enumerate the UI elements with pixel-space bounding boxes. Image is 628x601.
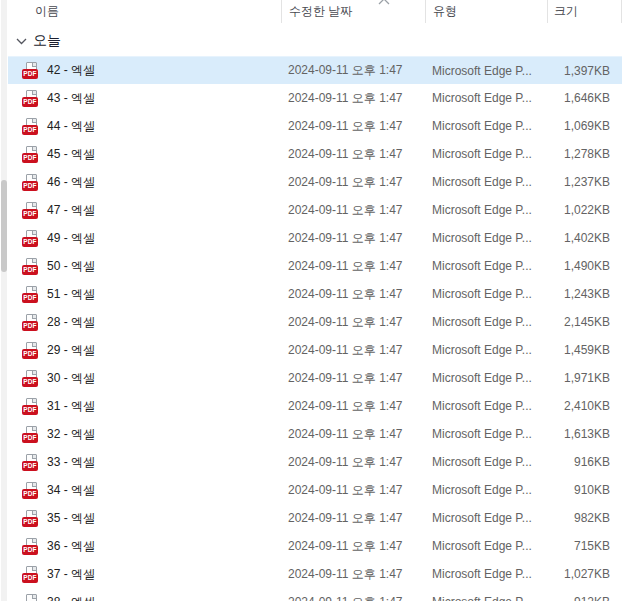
file-name-cell[interactable]: PDF32 - 엑셀 bbox=[8, 426, 281, 443]
file-date-modified: 2024-09-11 오후 1:47 bbox=[281, 146, 425, 163]
file-size: 1,243KB bbox=[547, 287, 622, 301]
file-name-cell[interactable]: PDF42 - 엑셀 bbox=[8, 62, 281, 79]
group-label: 오늘 bbox=[33, 32, 61, 50]
file-name-cell[interactable]: PDF50 - 엑셀 bbox=[8, 258, 281, 275]
chevron-down-icon[interactable] bbox=[15, 35, 27, 47]
page-fold bbox=[32, 427, 36, 431]
pdf-file-icon: PDF bbox=[22, 454, 40, 471]
file-name-cell[interactable]: PDF45 - 엑셀 bbox=[8, 146, 281, 163]
file-name-label: 51 - 엑셀 bbox=[47, 286, 95, 303]
file-name-cell[interactable]: PDF28 - 엑셀 bbox=[8, 314, 281, 331]
file-name-label: 42 - 엑셀 bbox=[47, 62, 95, 79]
file-size: 1,237KB bbox=[547, 175, 622, 189]
page-fold bbox=[32, 483, 36, 487]
file-name-cell[interactable]: PDF35 - 엑셀 bbox=[8, 510, 281, 527]
file-size: 1,027KB bbox=[547, 567, 622, 581]
file-type: Microsoft Edge P... bbox=[425, 455, 547, 469]
file-row[interactable]: PDF45 - 엑셀2024-09-11 오후 1:47Microsoft Ed… bbox=[8, 140, 622, 168]
file-type: Microsoft Edge P... bbox=[425, 539, 547, 553]
column-header-name-label: 이름 bbox=[35, 3, 59, 20]
file-row[interactable]: PDF49 - 엑셀2024-09-11 오후 1:47Microsoft Ed… bbox=[8, 224, 622, 252]
column-header-type-label: 유형 bbox=[433, 3, 457, 20]
file-row[interactable]: PDF46 - 엑셀2024-09-11 오후 1:47Microsoft Ed… bbox=[8, 168, 622, 196]
file-name-cell[interactable]: PDF30 - 엑셀 bbox=[8, 370, 281, 387]
pdf-file-icon: PDF bbox=[22, 482, 40, 499]
pdf-badge: PDF bbox=[22, 97, 38, 107]
file-row[interactable]: PDF50 - 엑셀2024-09-11 오후 1:47Microsoft Ed… bbox=[8, 252, 622, 280]
file-row[interactable]: PDF30 - 엑셀2024-09-11 오후 1:47Microsoft Ed… bbox=[8, 364, 622, 392]
file-name-label: 31 - 엑셀 bbox=[47, 398, 95, 415]
file-type: Microsoft Edge P... bbox=[425, 399, 547, 413]
file-row[interactable]: PDF28 - 엑셀2024-09-11 오후 1:47Microsoft Ed… bbox=[8, 308, 622, 336]
file-size: 1,490KB bbox=[547, 259, 622, 273]
pdf-badge: PDF bbox=[22, 237, 38, 247]
column-header-date-modified[interactable]: 수정한 날짜 bbox=[281, 0, 425, 23]
pane-scrollbar-track[interactable] bbox=[1, 0, 7, 601]
column-header-name[interactable]: 이름 bbox=[8, 0, 281, 23]
pdf-file-icon: PDF bbox=[22, 258, 40, 275]
file-size: 1,069KB bbox=[547, 119, 622, 133]
page-fold bbox=[32, 399, 36, 403]
file-name-cell[interactable]: PDF51 - 엑셀 bbox=[8, 286, 281, 303]
file-name-cell[interactable]: PDF29 - 엑셀 bbox=[8, 342, 281, 359]
pdf-file-icon: PDF bbox=[22, 426, 40, 443]
file-name-cell[interactable]: PDF43 - 엑셀 bbox=[8, 90, 281, 107]
file-row[interactable]: PDF51 - 엑셀2024-09-11 오후 1:47Microsoft Ed… bbox=[8, 280, 622, 308]
file-date-modified: 2024-09-11 오후 1:47 bbox=[281, 510, 425, 527]
file-date-modified: 2024-09-11 오후 1:47 bbox=[281, 342, 425, 359]
file-row[interactable]: PDF36 - 엑셀2024-09-11 오후 1:47Microsoft Ed… bbox=[8, 532, 622, 560]
file-name-label: 46 - 엑셀 bbox=[47, 174, 95, 191]
file-row[interactable]: PDF29 - 엑셀2024-09-11 오후 1:47Microsoft Ed… bbox=[8, 336, 622, 364]
file-name-cell[interactable]: PDF36 - 엑셀 bbox=[8, 538, 281, 555]
page-fold bbox=[32, 147, 36, 151]
file-size: 912KB bbox=[547, 595, 622, 601]
file-name-cell[interactable]: PDF49 - 엑셀 bbox=[8, 230, 281, 247]
file-row[interactable]: PDF38 - 엑셀2024-09-11 오후 1:47Microsoft Ed… bbox=[8, 588, 622, 601]
pdf-file-icon: PDF bbox=[22, 286, 40, 303]
file-date-modified: 2024-09-11 오후 1:47 bbox=[281, 594, 425, 601]
file-row[interactable]: PDF31 - 엑셀2024-09-11 오후 1:47Microsoft Ed… bbox=[8, 392, 622, 420]
pdf-badge: PDF bbox=[22, 461, 38, 471]
sort-ascending-chevron-icon bbox=[378, 0, 390, 5]
file-name-cell[interactable]: PDF37 - 엑셀 bbox=[8, 566, 281, 583]
file-size: 910KB bbox=[547, 483, 622, 497]
file-date-modified: 2024-09-11 오후 1:47 bbox=[281, 258, 425, 275]
pdf-badge: PDF bbox=[22, 573, 38, 583]
pdf-file-icon: PDF bbox=[22, 342, 40, 359]
group-header-today[interactable]: 오늘 bbox=[8, 30, 628, 52]
file-row[interactable]: PDF44 - 엑셀2024-09-11 오후 1:47Microsoft Ed… bbox=[8, 112, 622, 140]
column-header-type[interactable]: 유형 bbox=[425, 0, 547, 23]
file-name-cell[interactable]: PDF47 - 엑셀 bbox=[8, 202, 281, 219]
file-type: Microsoft Edge P... bbox=[425, 91, 547, 105]
pdf-file-icon: PDF bbox=[22, 62, 40, 79]
file-row[interactable]: PDF33 - 엑셀2024-09-11 오후 1:47Microsoft Ed… bbox=[8, 448, 622, 476]
file-size: 2,410KB bbox=[547, 399, 622, 413]
page-shape bbox=[26, 594, 37, 601]
page-fold bbox=[32, 259, 36, 263]
file-row[interactable]: PDF32 - 엑셀2024-09-11 오후 1:47Microsoft Ed… bbox=[8, 420, 622, 448]
pdf-file-icon: PDF bbox=[22, 118, 40, 135]
file-row[interactable]: PDF35 - 엑셀2024-09-11 오후 1:47Microsoft Ed… bbox=[8, 504, 622, 532]
file-name-cell[interactable]: PDF44 - 엑셀 bbox=[8, 118, 281, 135]
file-name-cell[interactable]: PDF38 - 엑셀 bbox=[8, 594, 281, 601]
file-row[interactable]: PDF34 - 엑셀2024-09-11 오후 1:47Microsoft Ed… bbox=[8, 476, 622, 504]
file-size: 1,613KB bbox=[547, 427, 622, 441]
file-row[interactable]: PDF42 - 엑셀2024-09-11 오후 1:47Microsoft Ed… bbox=[8, 56, 622, 84]
file-name-cell[interactable]: PDF31 - 엑셀 bbox=[8, 398, 281, 415]
column-header-size[interactable]: 크기 bbox=[547, 0, 622, 23]
file-row[interactable]: PDF43 - 엑셀2024-09-11 오후 1:47Microsoft Ed… bbox=[8, 84, 622, 112]
column-header-row: 이름 수정한 날짜 유형 크기 bbox=[8, 0, 628, 23]
page-fold bbox=[32, 455, 36, 459]
file-name-cell[interactable]: PDF33 - 엑셀 bbox=[8, 454, 281, 471]
pane-scrollbar-thumb[interactable] bbox=[1, 180, 7, 272]
file-name-cell[interactable]: PDF34 - 엑셀 bbox=[8, 482, 281, 499]
file-row[interactable]: PDF37 - 엑셀2024-09-11 오후 1:47Microsoft Ed… bbox=[8, 560, 622, 588]
file-name-label: 50 - 엑셀 bbox=[47, 258, 95, 275]
file-list: PDF42 - 엑셀2024-09-11 오후 1:47Microsoft Ed… bbox=[8, 56, 628, 601]
file-type: Microsoft Edge P... bbox=[425, 175, 547, 189]
pdf-file-icon: PDF bbox=[22, 594, 40, 601]
pdf-file-icon: PDF bbox=[22, 174, 40, 191]
file-name-cell[interactable]: PDF46 - 엑셀 bbox=[8, 174, 281, 191]
file-size: 1,022KB bbox=[547, 203, 622, 217]
file-row[interactable]: PDF47 - 엑셀2024-09-11 오후 1:47Microsoft Ed… bbox=[8, 196, 622, 224]
